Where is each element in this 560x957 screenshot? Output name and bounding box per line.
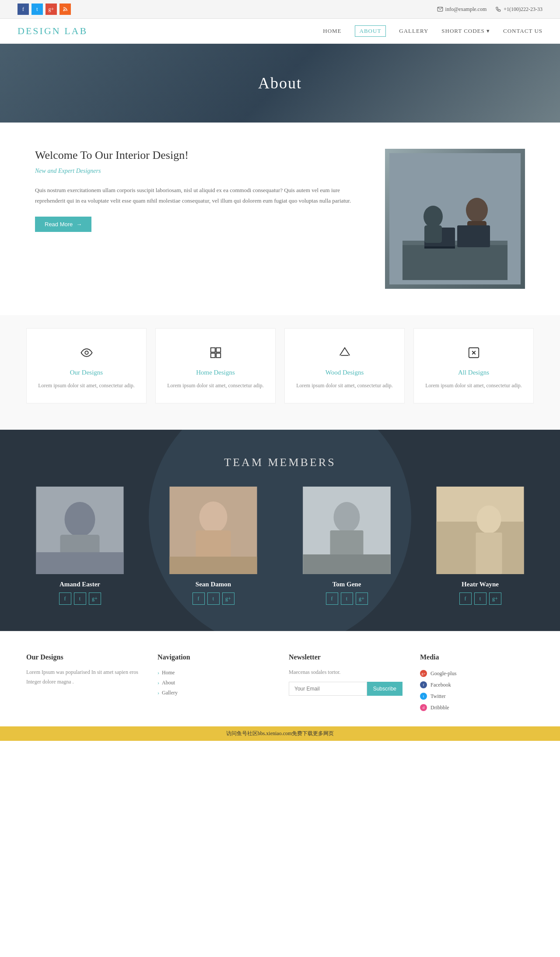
watermark-text: 访问鱼号社区bbs.xieniao.com免费下载更多网页 [226,730,334,736]
service-desc-2: Lorem ipsum dolor sit amet, consectetur … [294,382,396,390]
nav-home[interactable]: HOME [323,28,341,35]
nav-gallery[interactable]: GALLERY [399,28,428,35]
all-designs-icon [423,346,525,362]
media-googleplus[interactable]: g+ Google-plus [420,668,534,679]
nav-contact[interactable]: CONTACT US [503,28,542,35]
team-gp-2[interactable]: g+ [356,592,368,605]
footer-col-newsletter: Newsletter Maecenas sodales tortor. Subs… [289,653,402,713]
service-desc-0: Lorem ipsum dolor sit amet, consectetur … [35,382,137,390]
team-photo-3 [418,487,542,574]
footer-newsletter-title: Newsletter [289,653,402,661]
media-dribbble[interactable]: d Dribbble [420,702,534,713]
navbar: DESIGN LAB HOME ABOUT GALLERY SHORT CODE… [0,19,560,44]
about-section: Welcome To Our Interior Design! New and … [0,123,560,315]
about-image [385,149,525,289]
hero-title: About [258,74,302,92]
footer-nav-title: Navigation [158,653,271,661]
team-name-2: Tom Gene [284,581,409,588]
team-photo-1 [151,487,276,574]
svg-rect-30 [303,554,391,574]
hero-section: About [0,44,560,123]
team-fb-1[interactable]: f [192,592,205,605]
service-title-1: Home Designs [164,369,266,376]
team-tw-1[interactable]: t [207,592,220,605]
newsletter-subscribe-button[interactable]: Subscribe [367,682,402,696]
svg-point-33 [477,505,501,533]
fb-icon[interactable]: f [18,4,29,15]
logo[interactable]: DESIGN LAB [18,25,88,37]
footer-designs-title: Our Designs [26,653,140,661]
svg-rect-25 [170,557,257,574]
svg-rect-16 [216,353,220,358]
svg-rect-14 [216,348,220,352]
team-tw-2[interactable]: t [341,592,353,605]
svg-rect-21 [36,552,124,574]
top-social-icons: f t g+ [18,4,71,15]
team-section: TEAM MEMBERS Amand Easter f t g+ [0,430,560,631]
gp-icon[interactable]: g+ [46,4,57,15]
team-tw-3[interactable]: t [474,592,486,605]
svg-rect-13 [210,348,215,352]
svg-point-0 [63,10,65,11]
team-tw-0[interactable]: t [74,592,86,605]
team-photo-0 [18,487,142,574]
contact-info: info@example.com +1(100)222-23-33 [437,6,542,13]
read-more-button[interactable]: Read More → [35,217,91,232]
svg-point-7 [424,206,443,228]
about-image-svg [389,153,521,284]
twitter-icon: t [420,693,427,700]
team-card-0: Amand Easter f t g+ [18,487,142,605]
facebook-icon: f [420,681,427,688]
logo-rest: GN LAB [44,25,88,36]
footer: Our Designs Lorem Ipsum was popularised … [0,631,560,726]
team-name-0: Amand Easter [18,581,142,588]
svg-point-9 [466,198,488,222]
our-designs-icon [35,346,137,362]
footer-nav-gallery[interactable]: Gallery [158,688,271,698]
svg-point-19 [65,502,95,537]
team-name-3: Heatr Wayne [418,581,542,588]
svg-point-23 [200,501,228,533]
svg-rect-8 [424,225,442,243]
svg-rect-15 [210,353,215,358]
about-body: Quis nostrum exercitationem ullam corpor… [35,185,363,206]
footer-designs-text: Lorem Ipsum was popularised In sit amet … [26,668,140,687]
footer-col-nav: Navigation Home About Gallery [158,653,271,713]
nav-about[interactable]: ABOUT [355,25,386,37]
team-card-2: Tom Gene f t g+ [284,487,409,605]
svg-point-28 [334,502,360,533]
footer-newsletter-desc: Maecenas sodales tortor. [289,668,402,677]
watermark-bar: 访问鱼号社区bbs.xieniao.com免费下载更多网页 [0,726,560,741]
footer-media-title: Media [420,653,534,661]
team-fb-3[interactable]: f [459,592,472,605]
email-info: info@example.com [437,6,487,13]
team-gp-3[interactable]: g+ [489,592,501,605]
team-card-3: Heatr Wayne f t g+ [418,487,542,605]
team-fb-0[interactable]: f [59,592,71,605]
rss-icon[interactable] [60,4,71,15]
team-social-1: f t g+ [151,592,276,605]
logo-accent: I [40,25,44,36]
team-social-3: f t g+ [418,592,542,605]
nav-shortcodes[interactable]: SHORT CODES ▾ [441,28,490,35]
team-gp-0[interactable]: g+ [89,592,101,605]
svg-rect-11 [457,225,490,247]
service-desc-1: Lorem ipsum dolor sit amet, consectetur … [164,382,266,390]
team-photo-2 [284,487,409,574]
team-fb-2[interactable]: f [326,592,338,605]
service-card-1: Home Designs Lorem ipsum dolor sit amet,… [155,328,276,403]
footer-nav-home[interactable]: Home [158,668,271,678]
about-subtitle: New and Expert Designers [35,165,363,176]
top-bar: f t g+ info@example.com +1(100)222-23-33 [0,0,560,19]
media-facebook[interactable]: f Facebook [420,679,534,691]
tw-icon[interactable]: t [32,4,43,15]
team-name-1: Sean Damon [151,581,276,588]
media-twitter[interactable]: t Twitter [420,691,534,702]
about-heading: Welcome To Our Interior Design! [35,149,363,162]
service-card-2: Wood Designs Lorem ipsum dolor sit amet,… [284,328,405,403]
team-gp-1[interactable]: g+ [222,592,234,605]
footer-nav-about[interactable]: About [158,678,271,688]
newsletter-email-input[interactable] [289,682,367,696]
footer-col-media: Media g+ Google-plus f Facebook t Twitte… [420,653,534,713]
team-social-2: f t g+ [284,592,409,605]
